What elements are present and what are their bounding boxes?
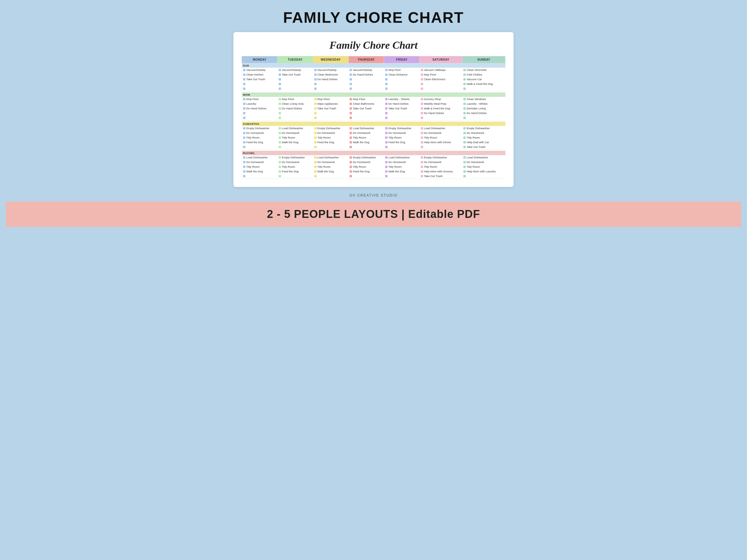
chore-checkbox[interactable] bbox=[421, 170, 423, 173]
chore-checkbox[interactable] bbox=[385, 103, 387, 105]
chore-checkbox[interactable] bbox=[463, 112, 466, 114]
chore-checkbox[interactable] bbox=[463, 103, 466, 105]
chore-checkbox[interactable] bbox=[243, 146, 246, 148]
chore-checkbox[interactable] bbox=[350, 74, 352, 76]
chore-checkbox[interactable] bbox=[385, 127, 387, 130]
chore-checkbox[interactable] bbox=[314, 166, 317, 168]
chore-checkbox[interactable] bbox=[243, 69, 246, 71]
chore-checkbox[interactable] bbox=[463, 132, 466, 134]
chore-checkbox[interactable] bbox=[279, 78, 281, 80]
chore-checkbox[interactable] bbox=[279, 146, 281, 148]
chore-checkbox[interactable] bbox=[463, 69, 466, 71]
chore-checkbox[interactable] bbox=[463, 78, 466, 80]
chore-checkbox[interactable] bbox=[385, 98, 387, 100]
chore-checkbox[interactable] bbox=[463, 166, 466, 168]
chore-checkbox[interactable] bbox=[350, 127, 352, 130]
chore-checkbox[interactable] bbox=[314, 107, 317, 110]
chore-checkbox[interactable] bbox=[385, 117, 387, 119]
chore-checkbox[interactable] bbox=[421, 107, 423, 110]
chore-checkbox[interactable] bbox=[350, 132, 352, 134]
chore-checkbox[interactable] bbox=[279, 83, 281, 85]
chore-checkbox[interactable] bbox=[463, 156, 466, 159]
chore-checkbox[interactable] bbox=[350, 87, 352, 90]
chore-checkbox[interactable] bbox=[243, 161, 246, 163]
chore-checkbox[interactable] bbox=[243, 132, 246, 134]
chore-checkbox[interactable] bbox=[314, 175, 317, 177]
chore-checkbox[interactable] bbox=[314, 117, 317, 119]
chore-checkbox[interactable] bbox=[421, 74, 423, 76]
chore-checkbox[interactable] bbox=[350, 156, 352, 159]
chore-checkbox[interactable] bbox=[314, 83, 317, 85]
chore-checkbox[interactable] bbox=[463, 170, 466, 173]
chore-checkbox[interactable] bbox=[314, 69, 317, 71]
chore-checkbox[interactable] bbox=[243, 127, 246, 130]
chore-checkbox[interactable] bbox=[421, 87, 423, 90]
chore-checkbox[interactable] bbox=[279, 117, 281, 119]
chore-checkbox[interactable] bbox=[421, 117, 423, 119]
chore-checkbox[interactable] bbox=[463, 107, 466, 110]
chore-checkbox[interactable] bbox=[385, 69, 387, 71]
chore-checkbox[interactable] bbox=[421, 127, 423, 130]
chore-checkbox[interactable] bbox=[421, 166, 423, 168]
chore-checkbox[interactable] bbox=[243, 175, 246, 177]
chore-checkbox[interactable] bbox=[314, 103, 317, 105]
chore-checkbox[interactable] bbox=[385, 74, 387, 76]
chore-checkbox[interactable] bbox=[350, 170, 352, 173]
chore-checkbox[interactable] bbox=[314, 127, 317, 130]
chore-checkbox[interactable] bbox=[243, 78, 246, 80]
chore-checkbox[interactable] bbox=[463, 175, 466, 177]
chore-checkbox[interactable] bbox=[243, 83, 246, 85]
chore-checkbox[interactable] bbox=[463, 98, 466, 100]
chore-checkbox[interactable] bbox=[279, 175, 281, 177]
chore-checkbox[interactable] bbox=[243, 98, 246, 100]
chore-checkbox[interactable] bbox=[243, 74, 246, 76]
chore-checkbox[interactable] bbox=[421, 83, 423, 85]
chore-checkbox[interactable] bbox=[243, 107, 246, 110]
chore-checkbox[interactable] bbox=[350, 103, 352, 105]
chore-checkbox[interactable] bbox=[350, 175, 352, 177]
chore-checkbox[interactable] bbox=[350, 83, 352, 85]
chore-checkbox[interactable] bbox=[350, 98, 352, 100]
chore-checkbox[interactable] bbox=[314, 136, 317, 139]
chore-checkbox[interactable] bbox=[279, 166, 281, 168]
chore-checkbox[interactable] bbox=[279, 136, 281, 139]
chore-checkbox[interactable] bbox=[314, 141, 317, 143]
chore-checkbox[interactable] bbox=[243, 136, 246, 139]
chore-checkbox[interactable] bbox=[279, 69, 281, 71]
chore-checkbox[interactable] bbox=[279, 103, 281, 105]
chore-checkbox[interactable] bbox=[279, 112, 281, 114]
chore-checkbox[interactable] bbox=[279, 170, 281, 173]
chore-checkbox[interactable] bbox=[279, 161, 281, 163]
chore-checkbox[interactable] bbox=[279, 98, 281, 100]
chore-checkbox[interactable] bbox=[279, 132, 281, 134]
chore-checkbox[interactable] bbox=[314, 170, 317, 173]
chore-checkbox[interactable] bbox=[385, 146, 387, 148]
chore-checkbox[interactable] bbox=[463, 87, 466, 90]
chore-checkbox[interactable] bbox=[279, 127, 281, 130]
chore-checkbox[interactable] bbox=[421, 78, 423, 80]
chore-checkbox[interactable] bbox=[350, 78, 352, 80]
chore-checkbox[interactable] bbox=[421, 161, 423, 163]
chore-checkbox[interactable] bbox=[385, 141, 387, 143]
chore-checkbox[interactable] bbox=[243, 112, 246, 114]
chore-checkbox[interactable] bbox=[243, 117, 246, 119]
chore-checkbox[interactable] bbox=[421, 112, 423, 114]
chore-checkbox[interactable] bbox=[279, 107, 281, 110]
chore-checkbox[interactable] bbox=[314, 161, 317, 163]
chore-checkbox[interactable] bbox=[314, 132, 317, 134]
chore-checkbox[interactable] bbox=[463, 117, 466, 119]
chore-checkbox[interactable] bbox=[385, 166, 387, 168]
chore-checkbox[interactable] bbox=[314, 98, 317, 100]
chore-checkbox[interactable] bbox=[385, 170, 387, 173]
chore-checkbox[interactable] bbox=[350, 161, 352, 163]
chore-checkbox[interactable] bbox=[385, 175, 387, 177]
chore-checkbox[interactable] bbox=[421, 98, 423, 100]
chore-checkbox[interactable] bbox=[243, 141, 246, 143]
chore-checkbox[interactable] bbox=[279, 156, 281, 159]
chore-checkbox[interactable] bbox=[314, 156, 317, 159]
chore-checkbox[interactable] bbox=[421, 132, 423, 134]
chore-checkbox[interactable] bbox=[350, 107, 352, 110]
chore-checkbox[interactable] bbox=[279, 87, 281, 90]
chore-checkbox[interactable] bbox=[385, 161, 387, 163]
chore-checkbox[interactable] bbox=[243, 170, 246, 173]
